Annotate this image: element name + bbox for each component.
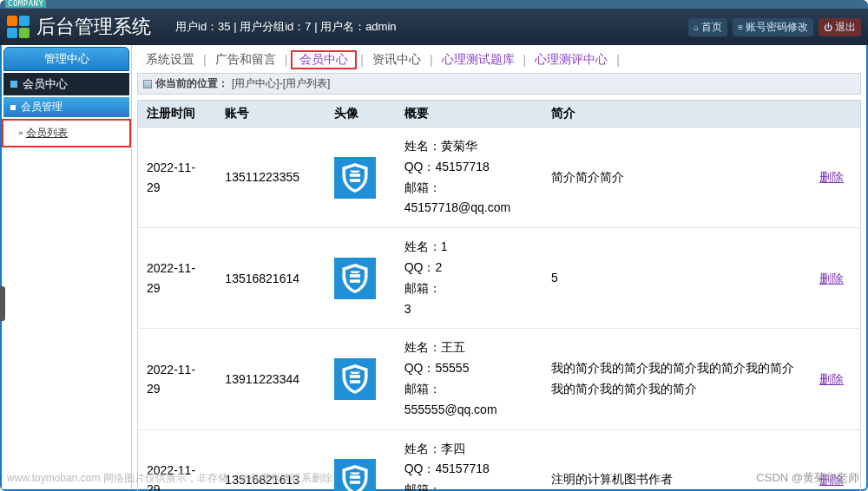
cell-summary: 姓名：1QQ：2邮箱：3 <box>396 228 542 329</box>
pwd-link[interactable]: ≡账号密码修改 <box>733 18 813 36</box>
col-summary[interactable]: 概要 <box>396 101 542 128</box>
exit-label: 退出 <box>835 20 856 35</box>
home-icon: ⌂ <box>694 23 699 32</box>
app-logo-icon <box>7 16 30 38</box>
cell-op: 删除 <box>811 228 860 329</box>
breadcrumb-label: 你当前的位置： <box>155 76 228 91</box>
home-link[interactable]: ⌂首页 <box>688 18 727 36</box>
company-tag: COMPANY <box>5 0 46 8</box>
cell-intro: 5 <box>542 228 811 329</box>
window-chrome: COMPANY <box>0 0 868 9</box>
svg-rect-3 <box>350 279 360 283</box>
avatar-icon <box>334 358 376 400</box>
cell-account: 13511223355 <box>216 128 326 228</box>
highlight-box-tab: 会员中心 <box>291 50 357 69</box>
cell-op: 删除 <box>811 128 860 228</box>
avatar-icon <box>334 157 376 199</box>
col-account[interactable]: 账号 <box>216 101 326 128</box>
delete-link[interactable]: 删除 <box>819 272 844 285</box>
highlight-box-sidebar: ▫ 会员列表 <box>2 119 131 147</box>
watermark-right: CSDN @黄菊华老师 <box>756 470 859 486</box>
exit-button[interactable]: ⏻退出 <box>819 18 861 36</box>
tab-4[interactable]: 心理测试题库 <box>437 50 520 69</box>
sidebar-group-label: 会员管理 <box>21 100 62 115</box>
col-time[interactable]: 注册时间 <box>138 101 216 128</box>
members-table: 注册时间 账号 头像 概要 简介 2022-11-2913511223355姓名… <box>137 100 861 491</box>
sidebar-head[interactable]: 管理中心 <box>3 47 129 71</box>
cell-time: 2022-11-29 <box>138 128 216 228</box>
user-info: 用户id：35 | 用户分组id：7 | 用户名：admin <box>175 19 688 35</box>
sidebar-sub-members[interactable]: 会员中心 <box>3 73 129 95</box>
tab-sep: | <box>616 53 620 67</box>
table-row: 2022-11-2913516821614姓名：1QQ：2邮箱：35删除 <box>138 228 860 329</box>
sidebar-item-link[interactable]: 会员列表 <box>26 127 68 139</box>
tab-sep: | <box>430 53 433 67</box>
sidebar-item-member-list[interactable]: ▫ 会员列表 <box>3 122 129 144</box>
square-icon <box>10 105 16 110</box>
tab-2[interactable]: 会员中心 <box>294 50 353 68</box>
svg-rect-0 <box>350 173 360 177</box>
sidebar-group-manage[interactable]: 会员管理 <box>3 97 129 117</box>
tab-5[interactable]: 心理测评中心 <box>529 50 613 69</box>
cell-account: 13911223344 <box>216 329 326 429</box>
svg-rect-4 <box>350 375 360 378</box>
svg-rect-6 <box>350 475 360 479</box>
svg-rect-2 <box>350 274 360 278</box>
location-icon <box>143 80 152 88</box>
tab-sep: | <box>360 53 364 67</box>
avatar-icon <box>334 459 376 491</box>
square-icon <box>10 81 17 88</box>
watermark-left: www.toymoban.com 网络图片仅供展示，非存储，如有侵权请联系删除 <box>7 471 332 486</box>
cell-op: 删除 <box>811 329 860 429</box>
col-intro[interactable]: 简介 <box>542 101 811 128</box>
sidebar: 管理中心 会员中心 会员管理 ▫ 会员列表 <box>2 45 132 489</box>
cell-avatar <box>326 128 396 228</box>
cell-account: 13516821614 <box>216 228 326 329</box>
scroll-handle[interactable] <box>0 286 5 321</box>
delete-link[interactable]: 删除 <box>819 170 844 184</box>
tab-sep: | <box>523 53 527 67</box>
main-area: 管理中心 会员中心 会员管理 ▫ 会员列表 系统设置 | 广告和留言 | 会员中… <box>0 45 868 491</box>
breadcrumb: 你当前的位置： [用户中心]-[用户列表] <box>137 73 861 95</box>
tab-sep: | <box>203 53 207 67</box>
col-op <box>811 101 860 128</box>
top-links: ⌂首页 ≡账号密码修改 ⏻退出 <box>688 18 861 36</box>
sidebar-sub-label: 会员中心 <box>23 76 68 92</box>
svg-rect-1 <box>350 179 360 182</box>
table-header-row: 注册时间 账号 头像 概要 简介 <box>138 101 860 128</box>
tab-1[interactable]: 广告和留言 <box>210 50 281 69</box>
delete-link[interactable]: 删除 <box>819 372 844 386</box>
cell-intro: 简介简介简介 <box>542 128 811 228</box>
table-row: 2022-11-2913911223344姓名：王五QQ：55555邮箱：555… <box>138 329 860 429</box>
cell-summary: 姓名：黄菊华QQ：45157718邮箱：45157718@qq.com <box>396 128 542 228</box>
top-bar: 后台管理系统 用户id：35 | 用户分组id：7 | 用户名：admin ⌂首… <box>0 9 868 45</box>
breadcrumb-path: [用户中心]-[用户列表] <box>232 76 330 91</box>
list-icon: ≡ <box>738 23 743 32</box>
cell-avatar <box>326 228 396 329</box>
tab-sep: | <box>285 53 288 67</box>
power-icon: ⏻ <box>824 23 832 32</box>
cell-time: 2022-11-29 <box>138 329 216 429</box>
content: 系统设置 | 广告和留言 | 会员中心 | 资讯中心 | 心理测试题库 | 心理… <box>132 45 866 489</box>
cell-time: 2022-11-29 <box>138 228 216 329</box>
col-avatar[interactable]: 头像 <box>326 101 396 128</box>
home-label: 首页 <box>701 20 722 35</box>
app-title: 后台管理系统 <box>36 14 151 40</box>
tab-0[interactable]: 系统设置 <box>141 50 200 69</box>
pwd-label: 账号密码修改 <box>746 20 808 35</box>
cell-summary: 姓名：王五QQ：55555邮箱：555555@qq.com <box>396 329 542 429</box>
svg-rect-7 <box>350 481 360 484</box>
cell-summary: 姓名：李四QQ：45157718邮箱：45157718@qq.com <box>396 429 542 491</box>
svg-rect-5 <box>350 380 360 383</box>
cell-intro: 我的简介我的简介我的简介我的简介我的简介我的简介我的简介我的简介 <box>542 329 811 429</box>
tabs: 系统设置 | 广告和留言 | 会员中心 | 资讯中心 | 心理测试题库 | 心理… <box>132 45 866 73</box>
avatar-icon <box>334 258 376 299</box>
cell-avatar <box>326 429 396 491</box>
cell-avatar <box>326 329 396 429</box>
table-row: 2022-11-2913511223355姓名：黄菊华QQ：45157718邮箱… <box>138 128 860 228</box>
tab-3[interactable]: 资讯中心 <box>367 50 426 69</box>
